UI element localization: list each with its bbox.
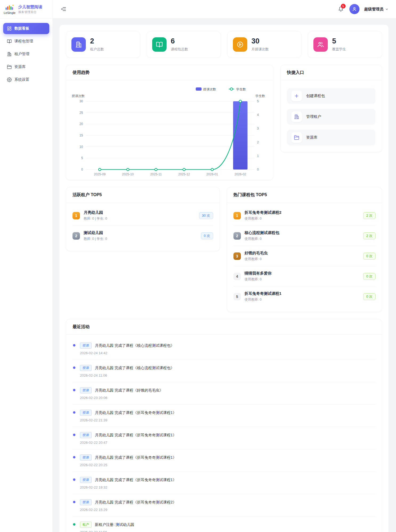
sidebar-item-4[interactable]: 资源库: [3, 61, 49, 72]
stats-row: 2租户总数6课程包总数30月授课次数5覆盖学生: [66, 31, 382, 58]
svg-text:20: 20: [79, 122, 83, 126]
svg-text:3: 3: [257, 127, 259, 130]
activity-dot: [73, 523, 75, 526]
activity-time: 2026-02-22 15:29: [80, 508, 375, 512]
activity-item: 授课月亮幼儿园 完成了课程《折耳兔奇奇测试课程1》2026-02-22 20:2…: [72, 449, 375, 472]
activity-dot: [73, 411, 75, 414]
rank-badge: 5: [233, 293, 241, 300]
count-badge: 2 次: [363, 232, 375, 239]
rank-badge: 2: [72, 232, 80, 240]
user-menu[interactable]: 超级管理员: [364, 7, 389, 12]
book-icon: [7, 39, 12, 44]
activity-text: 月亮幼儿园 完成了课程《核心流程测试课程包》: [95, 343, 174, 348]
svg-text:2025-10: 2025-10: [122, 172, 134, 176]
quick-entry-title: 快捷入口: [281, 65, 382, 80]
svg-text:2025-12: 2025-12: [178, 172, 190, 176]
stat-label: 租户总数: [90, 47, 104, 52]
activity-dot: [73, 434, 75, 436]
user-name-label: 超级管理员: [364, 7, 384, 12]
item-meta: 使用教师: 0: [245, 216, 360, 221]
quick-entry-3[interactable]: 资源库: [287, 130, 375, 146]
person-icon: [352, 6, 357, 12]
svg-text:5: 5: [81, 156, 83, 160]
svg-text:15: 15: [79, 134, 83, 137]
sidebar-item-5[interactable]: 系统设置: [3, 74, 49, 85]
recent-activities-list: 授课月亮幼儿园 完成了课程《核心流程测试课程包》2026-02-24 14:42…: [66, 335, 382, 532]
plus-icon: [291, 91, 302, 101]
brand-subtitle: 服务管理后台: [18, 10, 42, 14]
count-badge: 2 次: [363, 212, 375, 219]
list-item: 1月亮幼儿园教师: 0 | 学生: 030 次: [72, 205, 213, 226]
activity-dot: [73, 344, 75, 346]
activity-text: 月亮幼儿园 完成了课程《折耳兔奇奇测试课程1》: [95, 433, 176, 438]
activity-text: 月亮幼儿园 完成了课程《折耳兔奇奇测试课程1》: [95, 478, 176, 482]
activity-type-badge: 授课: [80, 365, 92, 371]
recent-activities-panel: 最近活动 授课月亮幼儿园 完成了课程《核心流程测试课程包》2026-02-24 …: [66, 319, 382, 532]
list-item: 1折耳兔奇奇测试课程2使用教师: 02 次: [233, 205, 375, 226]
plus-icon: [294, 93, 299, 99]
activity-dot: [73, 366, 75, 369]
svg-text:1: 1: [257, 154, 259, 158]
activity-item: 授课月亮幼儿园 完成了课程《折耳兔奇奇测试课程1》2026-02-22 19:3…: [72, 472, 375, 494]
quick-entry-2[interactable]: 管理租户: [287, 109, 375, 125]
activity-type-badge: 授课: [80, 342, 92, 349]
list-item: 2测试幼儿园教师: 0 | 学生: 00 次: [72, 226, 213, 246]
building-icon: [71, 37, 86, 52]
item-name: 核心流程测试课程包: [245, 230, 360, 235]
svg-text:学生数: 学生数: [236, 87, 246, 91]
dashboard-icon: [7, 26, 12, 31]
list-item: 5折耳兔奇奇测试课程1使用教师: 00 次: [233, 287, 375, 307]
activity-dot: [73, 456, 75, 458]
stat-card-1: 2租户总数: [66, 31, 140, 58]
activity-text: 月亮幼儿园 完成了课程《折耳兔奇奇测试课程1》: [95, 455, 176, 460]
svg-text:学生数: 学生数: [256, 94, 265, 98]
rank-badge: 4: [233, 273, 241, 280]
user-avatar[interactable]: [349, 4, 359, 14]
item-meta: 使用教师: 0: [245, 277, 360, 282]
activity-dot: [73, 501, 75, 503]
stat-label: 课程包总数: [171, 47, 188, 52]
svg-text:5: 5: [257, 99, 259, 103]
rank-badge: 1: [233, 212, 241, 219]
svg-text:25: 25: [79, 111, 83, 115]
count-badge: 0 次: [363, 293, 375, 300]
item-name: 猜猜我有多爱你: [245, 271, 360, 276]
sidebar-item-1[interactable]: 数据看板: [3, 23, 49, 34]
item-name: 折耳兔奇奇测试课程1: [245, 291, 360, 296]
activity-time: 2026-02-24 14:42: [80, 351, 375, 355]
folder-icon: [291, 132, 302, 143]
item-name: 月亮幼儿园: [84, 210, 195, 215]
usage-trend-panel: 使用趋势 051015202530012345授课次数学生数授课次数学生数202…: [66, 65, 273, 180]
activity-type-badge: 授课: [80, 499, 92, 505]
sidebar-collapse-button[interactable]: [60, 6, 67, 13]
activity-time: 2026-02-23 20:06: [80, 396, 375, 400]
stat-value: 5: [332, 37, 346, 45]
activity-text: 月亮幼儿园 完成了课程《折耳兔奇奇测试课程1》: [95, 410, 176, 415]
notifications-button[interactable]: 5: [337, 5, 345, 13]
sidebar-item-2[interactable]: 课程包管理: [3, 36, 49, 47]
svg-text:2026-01: 2026-01: [206, 172, 218, 176]
lesingle-logo-icon: LeSingle: [4, 4, 15, 14]
stat-value: 30: [252, 37, 269, 45]
usage-trend-title: 使用趋势: [66, 65, 273, 80]
activity-type-badge: 授课: [80, 410, 92, 416]
activity-dot: [73, 478, 75, 481]
activity-type-badge: 授课: [80, 387, 92, 393]
activity-item: 授课月亮幼儿园 完成了课程《核心流程测试课程包》2026-02-24 11:06: [72, 360, 375, 382]
book-icon: [152, 37, 167, 52]
activity-type-badge: 授课: [80, 432, 92, 438]
sidebar-item-label: 资源库: [14, 65, 26, 69]
activity-time: 2026-02-24 11:06: [80, 373, 375, 377]
topbar: 5 超级管理员: [53, 0, 396, 18]
rank-badge: 2: [233, 232, 241, 240]
activity-item: 授课月亮幼儿园 完成了课程《折耳兔奇奇测试课程1》2026-02-22 20:4…: [72, 427, 375, 449]
list-item: 3好饿的毛毛虫使用教师: 00 次: [233, 246, 375, 266]
svg-text:2026-02: 2026-02: [235, 172, 246, 176]
stat-value: 2: [90, 37, 104, 45]
count-badge: 30 次: [199, 212, 213, 219]
notification-count-badge: 5: [341, 4, 346, 9]
activity-time: 2026-02-22 21:39: [80, 418, 375, 422]
svg-text:10: 10: [79, 145, 83, 149]
sidebar-item-3[interactable]: 租户管理: [3, 49, 49, 60]
quick-entry-1[interactable]: 创建课程包: [287, 88, 375, 104]
